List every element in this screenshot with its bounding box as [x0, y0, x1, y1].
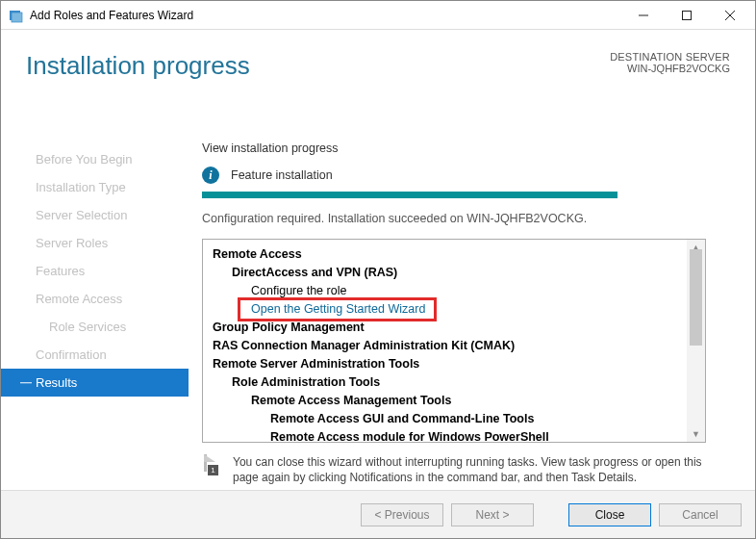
nav-installation-type: Installation Type: [1, 173, 189, 201]
scroll-down-icon[interactable]: ▼: [687, 426, 705, 442]
destination-value: WIN-JQHFB2VOCKG: [610, 63, 730, 74]
scrollbar[interactable]: ▲ ▼: [687, 240, 705, 442]
window-title: Add Roles and Features Wizard: [30, 9, 621, 22]
nav-remote-access: Remote Access: [1, 285, 189, 313]
nav-role-services: Role Services: [1, 313, 189, 341]
tree-configure-role: Configure the role: [213, 282, 687, 300]
section-label: View installation progress: [202, 141, 726, 155]
svg-line-5: [725, 11, 735, 20]
destination-server: DESTINATION SERVER WIN-JQHFB2VOCKG: [610, 51, 730, 74]
sidebar: Before You Begin Installation Type Serve…: [1, 126, 189, 490]
nav-confirmation: Confirmation: [1, 341, 189, 369]
previous-button: < Previous: [361, 503, 443, 526]
cancel-button: Cancel: [659, 503, 742, 526]
footer: < Previous Next > Close Cancel: [1, 490, 755, 538]
tree-directaccess-vpn: DirectAccess and VPN (RAS): [213, 264, 687, 282]
open-getting-started-link[interactable]: Open the Getting Started Wizard: [213, 300, 687, 319]
main-panel: View installation progress i Feature ins…: [189, 126, 755, 490]
title-bar: Add Roles and Features Wizard: [1, 1, 755, 30]
results-tree: Remote Access DirectAccess and VPN (RAS)…: [202, 239, 706, 443]
progress-fill: [202, 192, 617, 198]
tree-remote-access: Remote Access: [213, 245, 687, 264]
app-icon: [9, 8, 24, 23]
status-text: Configuration required. Installation suc…: [202, 212, 617, 225]
tree-remote-access-mgmt: Remote Access Management Tools: [213, 392, 687, 410]
note-text: You can close this wizard without interr…: [233, 454, 706, 485]
info-icon: i: [202, 167, 219, 184]
next-button: Next >: [451, 503, 534, 526]
progress-bar: [202, 192, 617, 198]
tree-role-admin-tools: Role Administration Tools: [213, 373, 687, 392]
maximize-button[interactable]: [665, 2, 708, 29]
flag-icon: 1: [202, 454, 223, 485]
nav-features: Features: [1, 257, 189, 285]
nav-before-you-begin: Before You Begin: [1, 145, 189, 173]
close-button[interactable]: Close: [568, 503, 651, 526]
destination-label: DESTINATION SERVER: [610, 51, 730, 63]
close-window-button[interactable]: [708, 2, 751, 29]
svg-line-4: [725, 11, 735, 20]
feature-label: Feature installation: [231, 168, 333, 182]
minimize-button[interactable]: [621, 2, 665, 29]
tree-powershell-module: Remote Access module for Windows PowerSh…: [213, 428, 687, 442]
tree-group-policy: Group Policy Management: [213, 319, 687, 337]
tree-remote-server-admin-tools: Remote Server Administration Tools: [213, 355, 687, 373]
nav-server-selection: Server Selection: [1, 201, 189, 229]
scroll-thumb[interactable]: [690, 249, 702, 346]
nav-server-roles: Server Roles: [1, 229, 189, 257]
page-title: Installation progress: [26, 51, 250, 81]
tree-gui-cli-tools: Remote Access GUI and Command-Line Tools: [213, 410, 687, 428]
nav-results[interactable]: Results: [1, 369, 189, 397]
svg-rect-1: [12, 13, 22, 22]
flag-badge: 1: [208, 465, 218, 475]
svg-rect-3: [682, 11, 691, 19]
tree-ras-cmak: RAS Connection Manager Administration Ki…: [213, 337, 687, 355]
